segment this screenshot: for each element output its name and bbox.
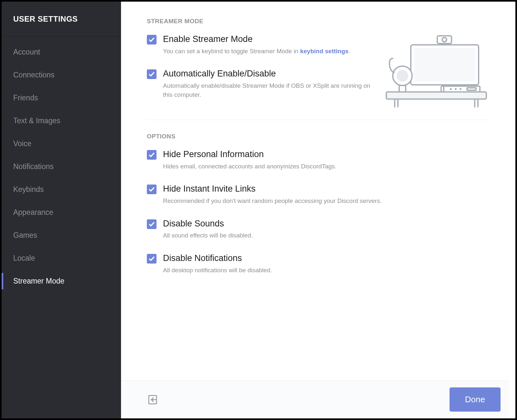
setting-title: Automatically Enable/Disable (163, 68, 373, 79)
setting-description: Recommended if you don't want random peo… (163, 196, 490, 205)
setting-title: Disable Notifications (163, 253, 490, 264)
sidebar-item-label: Locale (13, 254, 35, 262)
sidebar-item-connections[interactable]: Connections (2, 64, 121, 86)
setting-auto-enable-disable: Automatically Enable/Disable Automatical… (147, 68, 373, 99)
sidebar-item-label: Account (13, 48, 40, 56)
setting-description: You can set a keybind to toggle Streamer… (163, 47, 373, 56)
section-header-options: OPTIONS (147, 133, 490, 140)
sidebar-title: USER SETTINGS (2, 2, 121, 37)
setting-title: Hide Instant Invite Links (163, 184, 490, 195)
sidebar-item-locale[interactable]: Locale (2, 247, 121, 270)
setting-description: All desktop notifications will be disabl… (163, 266, 490, 275)
keybind-settings-link[interactable]: keybind settings (300, 48, 349, 55)
svg-point-7 (455, 88, 457, 90)
setting-disable-notifications: Disable Notifications All desktop notifi… (147, 253, 490, 275)
sidebar-item-label: Connections (13, 71, 55, 79)
svg-rect-11 (414, 48, 475, 82)
checkmark-icon (148, 36, 155, 43)
svg-point-17 (397, 70, 408, 82)
sidebar-item-label: Friends (13, 94, 38, 102)
sidebar-item-notifications[interactable]: Notifications (2, 155, 121, 178)
svg-point-6 (450, 88, 452, 90)
checkmark-icon (148, 152, 155, 158)
setting-description: Hides email, connected accounts and anon… (163, 162, 490, 171)
checkbox-enable-streamer-mode[interactable] (147, 35, 157, 45)
sidebar-item-keybinds[interactable]: Keybinds (2, 178, 121, 201)
setting-disable-sounds: Disable Sounds All sound effects will be… (147, 218, 490, 240)
setting-enable-streamer-mode: Enable Streamer Mode You can set a keybi… (147, 34, 373, 55)
settings-window: USER SETTINGS Account Connections Friend… (0, 0, 517, 420)
setting-hide-invite-links: Hide Instant Invite Links Recommended if… (147, 184, 490, 205)
streaming-setup-illustration (383, 31, 490, 109)
sidebar-item-streamer-mode[interactable]: Streamer Mode (2, 270, 121, 293)
checkmark-icon (148, 186, 155, 193)
sidebar-nav: Account Connections Friends Text & Image… (2, 37, 121, 293)
exit-icon (147, 394, 158, 405)
footer-bar: Done (121, 380, 515, 418)
setting-description: Automatically enable/disable Streamer Mo… (163, 81, 373, 99)
svg-point-8 (460, 88, 461, 90)
checkmark-icon (148, 255, 155, 262)
svg-rect-9 (467, 88, 476, 90)
section-header-streamer-mode: STREAMER MODE (147, 18, 490, 25)
section-divider (147, 120, 490, 120)
checkmark-icon (148, 221, 155, 227)
checkbox-disable-notifications[interactable] (147, 254, 157, 264)
setting-desc-text: . (349, 48, 350, 55)
svg-rect-0 (386, 92, 486, 99)
setting-desc-text: You can set a keybind to toggle Streamer… (163, 48, 300, 55)
checkmark-icon (148, 71, 155, 77)
svg-point-14 (442, 37, 447, 42)
checkbox-hide-invite-links[interactable] (147, 185, 157, 194)
sidebar-item-appearance[interactable]: Appearance (2, 201, 121, 224)
sidebar-item-label: Streamer Mode (13, 277, 65, 285)
sidebar-item-voice[interactable]: Voice (2, 132, 121, 155)
setting-hide-personal-info: Hide Personal Information Hides email, c… (147, 149, 490, 171)
sidebar-item-label: Text & Images (13, 116, 60, 125)
content-scroll: STREAMER MODE Enable Streamer Mode You c… (121, 2, 515, 380)
svg-rect-18 (399, 85, 406, 92)
streamer-mode-row: Enable Streamer Mode You can set a keybi… (147, 34, 490, 112)
monitor-webcam-mic-icon (383, 31, 490, 108)
checkbox-auto-enable-disable[interactable] (147, 69, 157, 79)
sidebar-item-games[interactable]: Games (2, 224, 121, 247)
scrollbar[interactable] (509, 2, 515, 418)
sidebar: USER SETTINGS Account Connections Friend… (2, 2, 121, 418)
setting-title: Disable Sounds (163, 218, 490, 229)
setting-title: Enable Streamer Mode (163, 34, 373, 45)
sidebar-item-label: Games (13, 231, 37, 239)
sidebar-item-friends[interactable]: Friends (2, 86, 121, 109)
checkbox-disable-sounds[interactable] (147, 219, 157, 229)
sidebar-item-label: Voice (13, 139, 31, 148)
setting-title: Hide Personal Information (163, 149, 490, 160)
sidebar-item-label: Keybinds (13, 185, 44, 194)
checkbox-hide-personal-info[interactable] (147, 150, 157, 160)
back-button[interactable] (147, 394, 158, 405)
sidebar-item-text-images[interactable]: Text & Images (2, 109, 121, 132)
sidebar-item-label: Appearance (13, 208, 53, 216)
content-pane: STREAMER MODE Enable Streamer Mode You c… (121, 2, 515, 418)
done-button[interactable]: Done (450, 387, 501, 412)
sidebar-item-label: Notifications (13, 162, 54, 171)
setting-description: All sound effects will be disabled. (163, 231, 490, 240)
sidebar-item-account[interactable]: Account (2, 41, 121, 64)
